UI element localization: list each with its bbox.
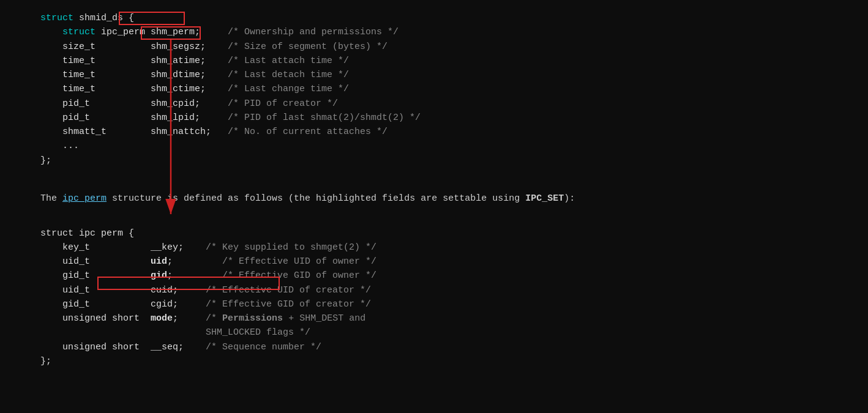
line-shm-nattch: shmatt_t shm_nattch; /* No. of current a… (18, 125, 850, 139)
line-ipc-perm-open: struct ipc perm { (18, 226, 850, 240)
line-seq: unsigned short __seq; /* Sequence number… (18, 340, 850, 354)
line-shm-dtime: time_t shm_dtime; /* Last detach time */ (18, 68, 850, 82)
line-shm-lpid: pid_t shm_lpid; /* PID of last shmat(2)/… (18, 111, 850, 125)
red-box-key-t (97, 277, 280, 290)
red-box-shmid-ds (119, 12, 185, 25)
struct-ipc-perm: struct ipc perm { key_t __key; /* Key su… (18, 226, 850, 369)
line-struct-close: }; (18, 154, 850, 168)
line-shm-segsz: size_t shm_segsz; /* Size of segment (by… (18, 40, 850, 54)
line-mode-cont: SHM_LOCKED flags */ (18, 326, 850, 340)
code-area: struct shmid_ds { struct ipc_perm shm_pe… (18, 11, 850, 368)
line-shm-atime: time_t shm_atime; /* Last attach time */ (18, 54, 850, 68)
red-box-ipc-perm-top (141, 26, 201, 40)
line-ipc-perm-close: }; (18, 354, 850, 368)
line-mode: unsigned short mode; /* Permissions + SH… (18, 311, 850, 326)
line-uid-t: uid_t uid; /* Effective UID of owner */ (18, 255, 850, 269)
line-key-t: key_t __key; /* Key supplied to shmget(2… (18, 240, 850, 255)
line-shm-cpid: pid_t shm_cpid; /* PID of creator */ (18, 97, 850, 111)
line-cgid: gid_t cgid; /* Effective GID of creator … (18, 297, 850, 311)
prose-line: The ipc_perm structure is defined as fol… (18, 177, 850, 220)
line-shm-ctime: time_t shm_ctime; /* Last change time */ (18, 82, 850, 96)
ipc-perm-link[interactable]: ipc_perm (62, 193, 107, 204)
ipc-set-bold: IPC_SET (525, 193, 564, 204)
line-ellipsis: ... (18, 139, 850, 153)
